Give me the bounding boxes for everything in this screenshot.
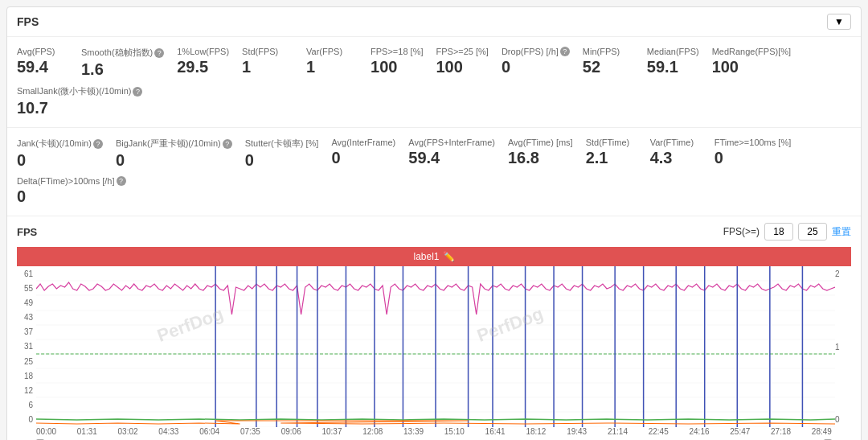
stat-avg-ftime: Avg(FTime) [ms] 16.8 [508, 134, 586, 171]
stat-label-drop: Drop(FPS) [/h]? [502, 47, 570, 56]
stat-drop: Drop(FPS) [/h]? 0 [502, 43, 583, 80]
stat-value-std-fps: 1 [242, 58, 251, 76]
stat-value-drop: 0 [502, 58, 510, 76]
stat-fps25: FPS>=25 [%] 100 [436, 43, 501, 80]
x-time-1641: 16:41 [485, 427, 506, 436]
stat-min-fps: Min(FPS) 52 [583, 43, 647, 80]
help-icon-bigjank[interactable]: ? [223, 139, 232, 149]
chart-title: FPS [17, 226, 37, 238]
x-time-2718: 27:18 [771, 427, 791, 436]
fps-threshold-1[interactable] [764, 223, 793, 241]
stat-delta-ftime: Delta(FTime)>100ms [/h]? 0 [17, 173, 139, 209]
stat-value-smooth: 1.6 [81, 60, 104, 79]
y-axis-right: 2 1 0 [835, 266, 851, 427]
help-icon-smooth[interactable]: ? [154, 48, 164, 58]
stat-value-median-fps: 59.1 [647, 58, 678, 76]
stat-value-bigjank: 0 [116, 151, 125, 170]
x-time-1208: 12:08 [362, 427, 383, 436]
stat-label-std-ftime: Std(FTime) [586, 138, 630, 147]
stat-label-avg-fps: Avg(FPS) [17, 47, 55, 56]
stats-section-2: Jank(卡顿)(/10min)? 0 BigJank(严重卡顿)(/10min… [7, 128, 861, 216]
stat-avg-fps: Avg(FPS) 59.4 [17, 43, 81, 80]
stat-label-bigjank: BigJank(严重卡顿)(/10min)? [116, 138, 232, 150]
stat-label-stutter: Stutter(卡顿率) [%] [245, 138, 319, 150]
stat-value-avg-fps-interframe: 59.4 [408, 149, 440, 167]
x-time-1943: 19:43 [567, 427, 587, 436]
x-time-0604: 06:04 [199, 427, 219, 436]
chart-svg [36, 266, 835, 427]
stat-stutter: Stutter(卡顿率) [%] 0 [245, 134, 332, 173]
x-time-2416: 24:16 [690, 427, 710, 436]
stats-row-1: Avg(FPS) 59.4 Smooth(稳帧指数)? 1.6 1%Low(FP… [17, 43, 851, 121]
stats-section-1: Avg(FPS) 59.4 Smooth(稳帧指数)? 1.6 1%Low(FP… [7, 37, 861, 128]
stat-value-avg-fps: 59.4 [17, 58, 48, 76]
stat-label-medrange: MedRange(FPS)[%] [712, 47, 791, 56]
stat-avg-interframe: Avg(InterFrame) 0 [331, 134, 408, 171]
x-time-2547: 25:47 [730, 427, 750, 436]
x-time-2245: 22:45 [649, 427, 669, 436]
stat-bigjank: BigJank(严重卡顿)(/10min)? 0 [116, 134, 245, 173]
stat-median-fps: Median(FPS) 59.1 [647, 43, 712, 80]
stat-low1fps: 1%Low(FPS) 29.5 [177, 43, 242, 80]
chart-header: FPS FPS(>=) 重置 [17, 223, 851, 241]
stat-value-jank: 0 [17, 151, 26, 170]
stat-value-fps18: 100 [371, 58, 397, 76]
stat-label-jank: Jank(卡顿)(/10min)? [17, 138, 103, 150]
fps-controls: FPS(>=) 重置 [723, 223, 851, 241]
stat-label-smalljank: SmallJank(微小卡顿)(/10min)? [17, 85, 142, 97]
label-bar: label1 ✏️ [17, 247, 851, 266]
panel-title: FPS [17, 15, 39, 28]
reset-button[interactable]: 重置 [832, 225, 851, 239]
dropdown-button[interactable]: ▼ [827, 14, 851, 30]
help-icon-smalljank[interactable]: ? [133, 87, 142, 97]
y-axis-left: 61554943373125181260 [17, 266, 36, 427]
stat-label-var-fps: Var(FPS) [306, 47, 342, 56]
x-time-1510: 15:10 [444, 427, 465, 436]
stat-label-low1fps: 1%Low(FPS) [177, 47, 229, 56]
x-time-0131: 01:31 [77, 427, 97, 436]
x-time-0906: 09:06 [281, 427, 301, 436]
fps-threshold-2[interactable] [798, 223, 827, 241]
stat-value-fps25: 100 [436, 58, 462, 76]
stat-label-std-fps: Std(FPS) [242, 47, 278, 56]
stat-value-medrange: 100 [712, 58, 739, 76]
help-icon-delta-ftime[interactable]: ? [117, 176, 126, 186]
stat-value-min-fps: 52 [583, 58, 600, 76]
x-time-1812: 18:12 [526, 427, 546, 436]
stat-var-ftime: Var(FTime) 4.3 [650, 134, 714, 171]
stat-label-avg-fps-interframe: Avg(FPS+InterFrame) [408, 138, 495, 147]
panel-header: FPS ▼ [7, 7, 861, 37]
fps-panel: FPS ▼ Avg(FPS) 59.4 Smooth(稳帧指数)? 1.6 1%… [6, 6, 862, 440]
stat-fps18: FPS>=18 [%] 100 [371, 43, 436, 80]
stat-ftime100: FTime>=100ms [%] 0 [714, 134, 805, 171]
stat-value-stutter: 0 [245, 151, 254, 170]
edit-icon[interactable]: ✏️ [443, 251, 455, 262]
stat-medrange: MedRange(FPS)[%] 100 [712, 43, 804, 80]
help-icon-drop[interactable]: ? [560, 47, 570, 56]
x-time-0302: 03:02 [118, 427, 138, 436]
stat-smooth: Smooth(稳帧指数)? 1.6 [81, 43, 177, 82]
stat-label-avg-interframe: Avg(InterFrame) [331, 138, 395, 147]
stat-value-std-ftime: 2.1 [586, 149, 608, 167]
stat-value-avg-interframe: 0 [331, 149, 340, 167]
stat-var-fps: Var(FPS) 1 [306, 43, 371, 80]
x-time-2114: 21:14 [608, 427, 628, 436]
chart-wrapper: PerfDog PerfDog [36, 266, 835, 427]
stat-value-var-fps: 1 [306, 58, 315, 76]
stat-std-ftime: Std(FTime) 2.1 [586, 134, 650, 171]
stat-value-delta-ftime: 0 [17, 187, 26, 206]
stat-jank: Jank(卡顿)(/10min)? 0 [17, 134, 116, 173]
stat-value-avg-ftime: 16.8 [508, 149, 539, 167]
stat-value-low1fps: 29.5 [177, 58, 208, 76]
x-time-2849: 28:49 [812, 427, 832, 436]
stat-label-avg-ftime: Avg(FTime) [ms] [508, 138, 573, 147]
fps-ge-label: FPS(>=) [723, 226, 760, 237]
stat-value-var-ftime: 4.3 [650, 149, 673, 167]
stat-value-ftime100: 0 [714, 149, 723, 167]
stat-label-median-fps: Median(FPS) [647, 47, 699, 56]
stat-label-ftime100: FTime>=100ms [%] [714, 138, 792, 147]
help-icon-jank[interactable]: ? [93, 139, 103, 149]
stat-label-fps18: FPS>=18 [%] [371, 47, 423, 56]
x-time-1339: 13:39 [403, 427, 424, 436]
stat-value-smalljank: 10.7 [17, 99, 48, 117]
